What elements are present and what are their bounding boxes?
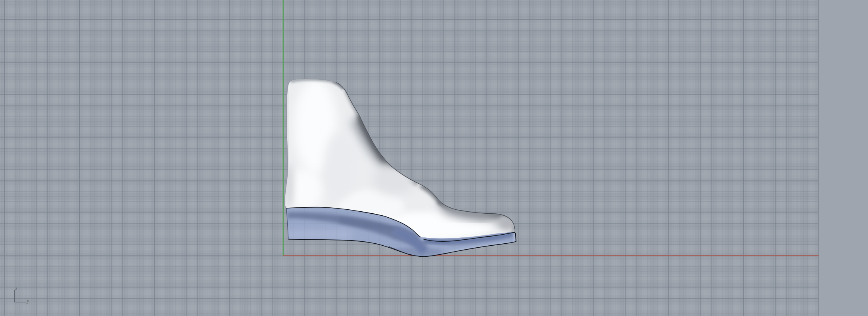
svg-text:z: z <box>15 286 17 291</box>
svg-text:y: y <box>27 299 30 304</box>
